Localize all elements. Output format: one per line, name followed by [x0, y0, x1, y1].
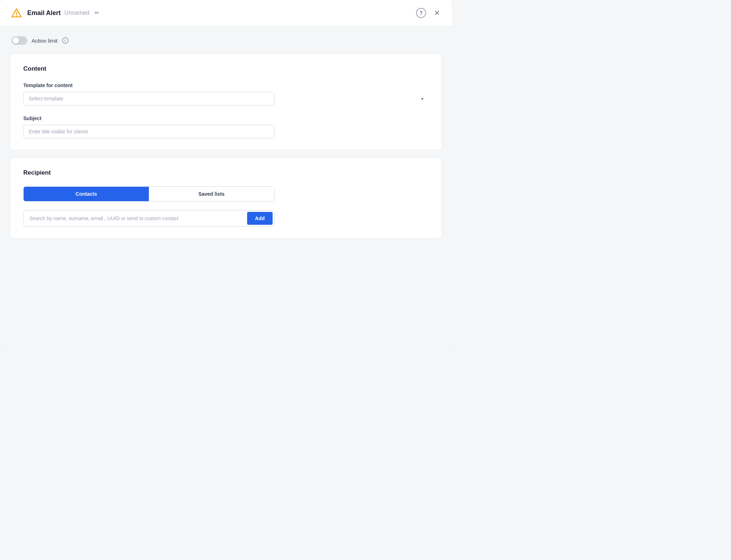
- recipient-section: Recipient Contacts Saved lists Add: [10, 157, 442, 238]
- help-icon: ?: [420, 10, 423, 16]
- action-limit-row: Action limit i: [10, 36, 442, 45]
- pencil-icon: ✏: [95, 10, 99, 16]
- header: Email Alert Unnamed ✏ ? ✕: [0, 0, 452, 26]
- help-button[interactable]: ?: [416, 8, 426, 18]
- content-section-title: Content: [23, 65, 429, 72]
- action-limit-toggle[interactable]: [11, 36, 27, 45]
- subject-input[interactable]: [23, 125, 274, 138]
- add-recipient-button[interactable]: Add: [247, 212, 273, 225]
- action-limit-info-icon[interactable]: i: [62, 37, 69, 44]
- recipient-section-title: Recipient: [23, 169, 429, 176]
- subject-form-group: Subject: [23, 115, 429, 138]
- recipient-search-input[interactable]: [24, 211, 247, 226]
- close-icon: ✕: [434, 9, 440, 17]
- close-button[interactable]: ✕: [432, 8, 442, 18]
- subject-label: Subject: [23, 115, 429, 121]
- alert-triangle-icon: [10, 6, 23, 19]
- recipient-tabs: Contacts Saved lists: [23, 186, 274, 201]
- tab-saved-lists[interactable]: Saved lists: [149, 187, 274, 201]
- content-section: Content Template for content Select temp…: [10, 53, 442, 150]
- modal-container: Email Alert Unnamed ✏ ? ✕ Action limit i…: [0, 0, 452, 351]
- header-subtitle: Unnamed: [64, 10, 89, 16]
- template-label: Template for content: [23, 82, 429, 88]
- page-body: Action limit i Content Template for cont…: [0, 26, 452, 256]
- edit-name-button[interactable]: ✏: [92, 8, 102, 18]
- template-form-group: Template for content Select template ▾: [23, 82, 429, 105]
- svg-point-2: [16, 15, 17, 16]
- action-limit-label: Action limit: [32, 38, 58, 44]
- header-title: Email Alert: [27, 9, 61, 17]
- template-select[interactable]: Select template: [23, 92, 274, 105]
- tab-contacts[interactable]: Contacts: [24, 187, 149, 201]
- recipient-search-row: Add: [23, 210, 274, 227]
- header-actions: ? ✕: [416, 8, 442, 18]
- chevron-down-icon: ▾: [421, 96, 424, 101]
- template-select-wrapper: Select template ▾: [23, 92, 429, 105]
